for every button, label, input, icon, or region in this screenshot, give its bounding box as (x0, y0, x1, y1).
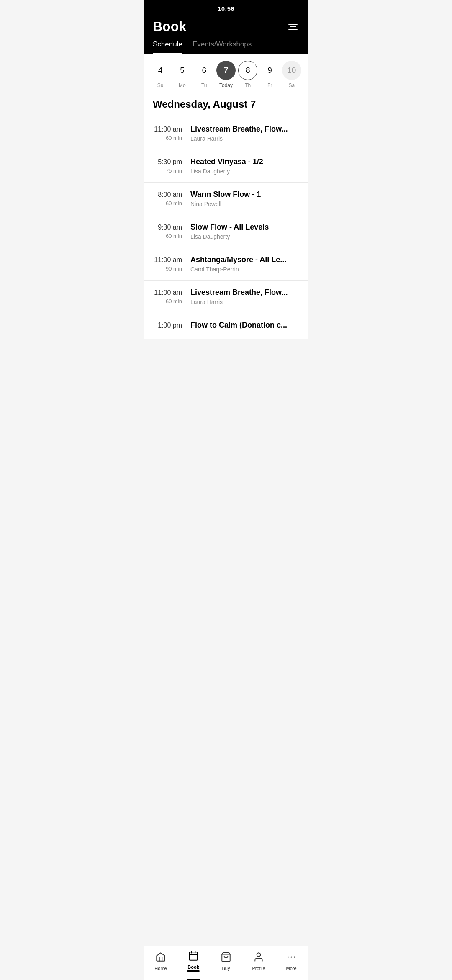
time-text-2: 8:00 am (153, 191, 182, 199)
calendar-strip: 4 Su 5 Mo 6 Tu 7 Today 8 Th 9 Fr 10 Sa (144, 54, 308, 93)
calendar-day-1[interactable]: 5 Mo (172, 61, 192, 88)
class-info-0: Livestream Breathe, Flow... Laura Harris (190, 125, 299, 142)
status-bar: 10:56 (144, 0, 308, 15)
calendar-day-5[interactable]: 9 Fr (260, 61, 280, 88)
filter-line-3 (288, 29, 298, 30)
time-text-6: 1:00 pm (153, 322, 182, 329)
class-name-6: Flow to Calm (Donation c... (190, 321, 299, 330)
class-name-1: Heated Vinyasa - 1/2 (190, 157, 299, 166)
day-number-5: 9 (260, 61, 280, 80)
class-info-5: Livestream Breathe, Flow... Laura Harris (190, 288, 299, 305)
class-info-4: Ashtanga/Mysore - All Le... Carol Tharp-… (190, 255, 299, 273)
nav-item-buy[interactable]: Buy (213, 952, 239, 971)
time-block-5: 11:00 am 60 min (153, 288, 190, 304)
duration-text-0: 60 min (153, 135, 182, 141)
time-block-3: 9:30 am 60 min (153, 223, 190, 239)
calendar-day-4[interactable]: 8 Th (238, 61, 257, 88)
day-label-4: Th (245, 83, 251, 88)
class-name-5: Livestream Breathe, Flow... (190, 288, 299, 297)
schedule-list: 11:00 am 60 min Livestream Breathe, Flow… (144, 117, 308, 339)
page-title: Book (153, 19, 186, 34)
filter-line-1 (288, 24, 298, 25)
filter-line-2 (290, 26, 296, 27)
instructor-name-3: Lisa Daugherty (190, 233, 299, 240)
class-info-3: Slow Flow - All Levels Lisa Daugherty (190, 223, 299, 240)
date-heading: Wednesday, August 7 (144, 93, 308, 117)
duration-text-4: 90 min (153, 266, 182, 272)
header: Book (144, 15, 308, 34)
svg-point-6 (288, 956, 289, 957)
nav-label-buy: Buy (222, 966, 230, 971)
nav-label-book: Book (187, 965, 199, 970)
day-label-1: Mo (179, 83, 186, 88)
instructor-name-1: Lisa Daugherty (190, 168, 299, 175)
day-number-4: 8 (238, 61, 257, 80)
nav-item-more[interactable]: More (279, 952, 304, 971)
day-label-2: Tu (201, 83, 207, 88)
time-block-6: 1:00 pm (153, 321, 190, 331)
day-label-6: Sa (288, 83, 295, 88)
book-icon (188, 950, 199, 963)
class-info-1: Heated Vinyasa - 1/2 Lisa Daugherty (190, 157, 299, 175)
schedule-item-4[interactable]: 11:00 am 90 min Ashtanga/Mysore - All Le… (144, 248, 308, 281)
day-number-0: 4 (151, 61, 170, 80)
time-text-1: 5:30 pm (153, 158, 182, 166)
duration-text-1: 75 min (153, 168, 182, 174)
instructor-name-4: Carol Tharp-Perrin (190, 266, 299, 273)
duration-text-5: 60 min (153, 298, 182, 304)
nav-item-home[interactable]: Home (148, 952, 173, 971)
schedule-item-2[interactable]: 8:00 am 60 min Warm Slow Flow - 1 Nina P… (144, 183, 308, 215)
calendar-day-0[interactable]: 4 Su (151, 61, 170, 88)
instructor-name-0: Laura Harris (190, 135, 299, 142)
schedule-item-1[interactable]: 5:30 pm 75 min Heated Vinyasa - 1/2 Lisa… (144, 150, 308, 183)
class-name-3: Slow Flow - All Levels (190, 223, 299, 232)
calendar-day-6[interactable]: 10 Sa (282, 61, 301, 88)
status-time: 10:56 (218, 5, 234, 12)
class-name-0: Livestream Breathe, Flow... (190, 125, 299, 134)
svg-rect-0 (189, 952, 198, 960)
tab-bar: Schedule Events/Workshops (144, 34, 308, 54)
schedule-item-6[interactable]: 1:00 pm Flow to Calm (Donation c... (144, 313, 308, 339)
schedule-item-3[interactable]: 9:30 am 60 min Slow Flow - All Levels Li… (144, 215, 308, 248)
nav-item-book[interactable]: Book (181, 950, 206, 972)
time-text-0: 11:00 am (153, 126, 182, 133)
nav-label-profile: Profile (252, 966, 265, 971)
time-text-4: 11:00 am (153, 256, 182, 264)
nav-label-home: Home (154, 966, 167, 971)
time-block-4: 11:00 am 90 min (153, 255, 190, 272)
time-block-1: 5:30 pm 75 min (153, 157, 190, 174)
schedule-item-5[interactable]: 11:00 am 60 min Livestream Breathe, Flow… (144, 281, 308, 313)
svg-point-7 (290, 956, 292, 957)
day-number-1: 5 (172, 61, 192, 80)
day-number-6: 10 (282, 61, 301, 80)
instructor-name-5: Laura Harris (190, 299, 299, 305)
duration-text-2: 60 min (153, 200, 182, 206)
day-label-3: Today (219, 83, 233, 88)
time-text-5: 11:00 am (153, 289, 182, 297)
day-number-2: 6 (195, 61, 214, 80)
tab-schedule[interactable]: Schedule (153, 40, 182, 54)
nav-label-more: More (286, 966, 296, 971)
more-icon (286, 952, 297, 964)
calendar-day-3[interactable]: 7 Today (216, 61, 236, 88)
calendar-day-2[interactable]: 6 Tu (195, 61, 214, 88)
duration-text-3: 60 min (153, 233, 182, 239)
instructor-name-2: Nina Powell (190, 201, 299, 207)
tab-events-workshops[interactable]: Events/Workshops (193, 40, 252, 54)
filter-button[interactable] (287, 22, 299, 31)
time-text-3: 9:30 am (153, 224, 182, 231)
schedule-item-0[interactable]: 11:00 am 60 min Livestream Breathe, Flow… (144, 117, 308, 150)
svg-point-8 (294, 956, 295, 957)
nav-item-profile[interactable]: Profile (246, 952, 271, 971)
time-block-2: 8:00 am 60 min (153, 190, 190, 206)
class-name-2: Warm Slow Flow - 1 (190, 190, 299, 199)
class-info-6: Flow to Calm (Donation c... (190, 321, 299, 331)
class-name-4: Ashtanga/Mysore - All Le... (190, 255, 299, 264)
svg-point-5 (257, 953, 261, 957)
class-info-2: Warm Slow Flow - 1 Nina Powell (190, 190, 299, 207)
time-block-0: 11:00 am 60 min (153, 125, 190, 141)
bottom-navigation: Home Book Buy (144, 946, 308, 980)
profile-icon (253, 952, 264, 964)
day-label-0: Su (157, 83, 164, 88)
day-label-5: Fr (267, 83, 272, 88)
